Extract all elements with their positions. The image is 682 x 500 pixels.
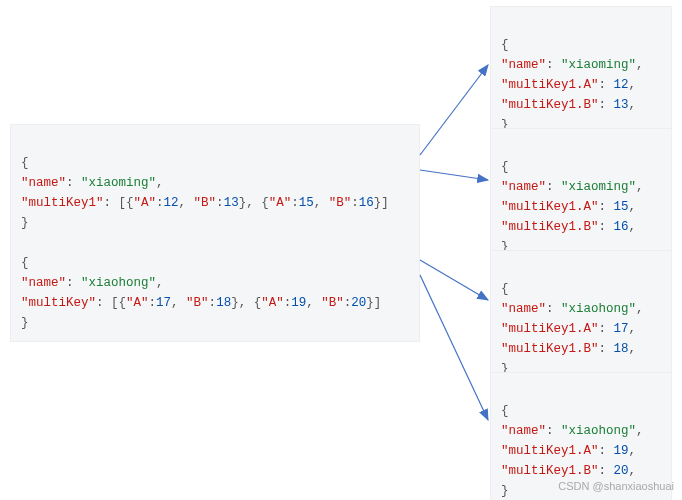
arrow-icon (420, 260, 488, 300)
brace: } (21, 216, 29, 230)
result-json-box-3: { "name": "xiaohong", "multiKey1.A": 17,… (490, 250, 672, 388)
watermark-text: CSDN @shanxiaoshuai (558, 478, 674, 496)
json-key: "multiKey" (21, 296, 96, 310)
brace: } (21, 316, 29, 330)
json-key: "multiKey1" (21, 196, 104, 210)
arrow-icon (420, 170, 488, 180)
arrow-icon (420, 65, 488, 155)
json-str: "xiaohong" (81, 276, 156, 290)
json-key: "name" (21, 276, 66, 290)
brace: { (21, 256, 29, 270)
source-json-box: { "name": "xiaoming", "multiKey1": [{"A"… (10, 124, 420, 342)
result-json-box-1: { "name": "xiaoming", "multiKey1.A": 12,… (490, 6, 672, 144)
brace: { (21, 156, 29, 170)
arrow-icon (420, 275, 488, 420)
result-json-box-2: { "name": "xiaoming", "multiKey1.A": 15,… (490, 128, 672, 266)
json-str: "xiaoming" (81, 176, 156, 190)
json-key: "name" (21, 176, 66, 190)
